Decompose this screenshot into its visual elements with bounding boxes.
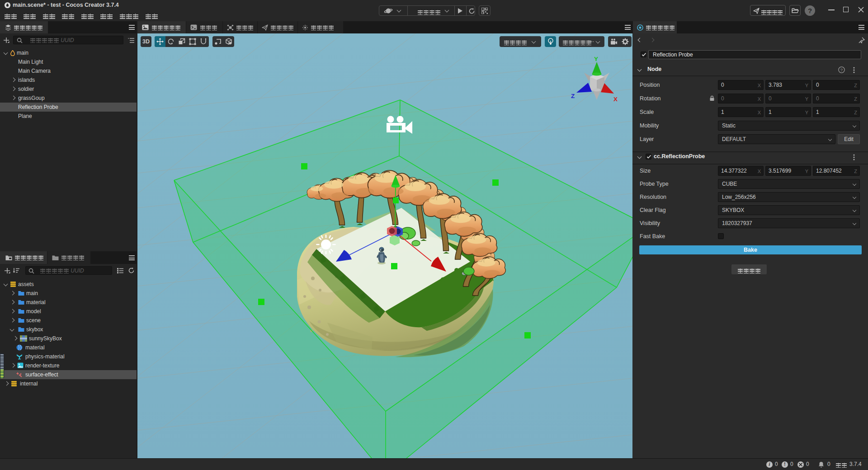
svg-text:Z: Z [571,93,575,99]
svg-text:Y: Y [594,56,598,62]
svg-text:?: ? [840,67,843,72]
svg-text:X: X [613,96,618,103]
